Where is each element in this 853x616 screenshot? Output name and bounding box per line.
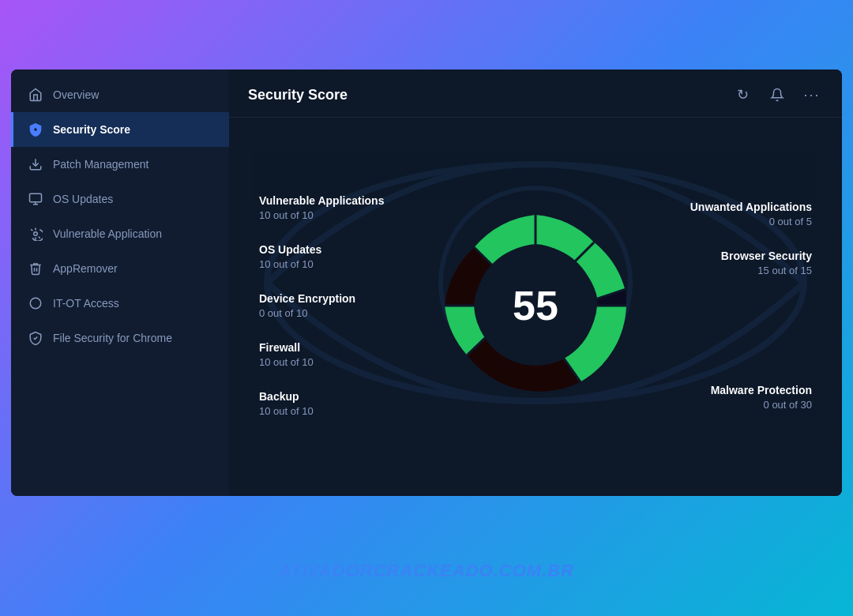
device-encryption-value: 0 out of 10	[259, 307, 409, 319]
unwanted-apps-title: Unwanted Applications	[690, 201, 812, 213]
os-updates-label: OS Updates 10 out of 10	[259, 243, 409, 270]
gear-ring-icon	[28, 226, 43, 242]
watermark-text: ATIVADORCRACKEADO.COM.BR	[279, 561, 574, 607]
sidebar-item-overview[interactable]: Overview	[11, 77, 229, 112]
browser-security-value: 15 out of 15	[757, 265, 812, 276]
svg-rect-2	[30, 193, 42, 202]
svg-point-5	[34, 232, 38, 236]
shield-icon	[28, 122, 43, 137]
sidebar: Overview Security Score Patch Management	[11, 69, 229, 496]
sidebar-label-os-updates: OS Updates	[53, 193, 113, 205]
sidebar-label-security-score: Security Score	[53, 123, 130, 136]
sidebar-label-patch: Patch Management	[53, 158, 148, 171]
app-container: Overview Security Score Patch Management	[11, 69, 842, 496]
header-bar: Security Score ↻ ···	[229, 69, 842, 118]
malware-protection-value: 0 out of 30	[764, 399, 812, 411]
vuln-apps-label: Vulnerable Applications 10 out of 10	[259, 194, 409, 221]
backup-label: Backup 10 out of 10	[259, 390, 409, 417]
sidebar-label-appremover: AppRemover	[53, 262, 118, 275]
donut-chart: 55	[433, 203, 638, 408]
score-area: Vulnerable Applications 10 out of 10 OS …	[229, 118, 842, 494]
trash-icon	[28, 261, 43, 276]
bell-icon[interactable]	[766, 84, 788, 106]
sidebar-label-vuln-app: Vulnerable Application	[53, 227, 162, 240]
main-content: Security Score ↻ ··· Vulnerable Applicat…	[229, 69, 842, 496]
vuln-apps-value: 10 out of 10	[259, 209, 409, 221]
sidebar-label-overview: Overview	[53, 88, 99, 101]
right-labels: Unwanted Applications 0 out of 5 Browser…	[662, 201, 812, 411]
svg-point-6	[30, 298, 41, 309]
sidebar-item-it-ot[interactable]: IT-OT Access	[11, 286, 229, 321]
sidebar-item-patch-management[interactable]: Patch Management	[11, 147, 229, 182]
sidebar-item-appremover[interactable]: AppRemover	[11, 251, 229, 286]
device-encryption-label: Device Encryption 0 out of 10	[259, 292, 409, 319]
os-updates-title: OS Updates	[259, 243, 409, 256]
score-value: 55	[513, 282, 558, 329]
shield-check-icon	[28, 330, 43, 346]
sidebar-label-file-security: File Security for Chrome	[53, 332, 172, 344]
download-icon	[28, 156, 43, 172]
page-title: Security Score	[248, 87, 348, 103]
os-updates-value: 10 out of 10	[259, 258, 409, 270]
sidebar-item-vulnerable-app[interactable]: Vulnerable Application	[11, 216, 229, 251]
browser-security-label: Browser Security 15 out of 15	[721, 250, 812, 276]
more-icon[interactable]: ···	[801, 84, 823, 106]
firewall-title: Firewall	[259, 341, 409, 354]
circle-icon	[28, 295, 43, 311]
sidebar-item-os-updates[interactable]: OS Updates	[11, 182, 229, 216]
malware-protection-label: Malware Protection 0 out of 30	[711, 384, 812, 411]
backup-value: 10 out of 10	[259, 405, 409, 417]
firewall-value: 10 out of 10	[259, 356, 409, 368]
sidebar-item-file-security[interactable]: File Security for Chrome	[11, 321, 229, 355]
device-encryption-title: Device Encryption	[259, 292, 409, 305]
refresh-icon[interactable]: ↻	[731, 84, 753, 106]
sidebar-label-it-ot: IT-OT Access	[53, 297, 119, 310]
sidebar-item-security-score[interactable]: Security Score	[11, 112, 229, 147]
vuln-apps-title: Vulnerable Applications	[259, 194, 409, 207]
left-labels: Vulnerable Applications 10 out of 10 OS …	[259, 194, 409, 417]
home-icon	[28, 87, 43, 103]
browser-security-title: Browser Security	[721, 250, 812, 262]
monitor-icon	[28, 191, 43, 207]
firewall-label: Firewall 10 out of 10	[259, 341, 409, 368]
svg-point-0	[34, 128, 38, 132]
unwanted-apps-label: Unwanted Applications 0 out of 5	[690, 201, 812, 227]
header-actions: ↻ ···	[731, 84, 823, 106]
unwanted-apps-value: 0 out of 5	[769, 216, 812, 227]
malware-protection-title: Malware Protection	[711, 384, 812, 396]
backup-title: Backup	[259, 390, 409, 403]
